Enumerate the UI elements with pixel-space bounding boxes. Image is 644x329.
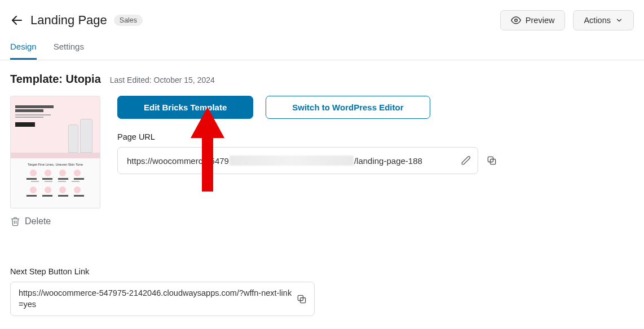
template-thumbnail[interactable]: Target Fine Lines, Uneven Skin Tone: [10, 96, 100, 208]
edit-url-icon[interactable]: [461, 155, 471, 166]
eye-icon: [511, 15, 521, 25]
page-url-prefix: https://woocommerce-5479: [127, 156, 229, 166]
preview-button[interactable]: Preview: [500, 10, 566, 30]
delete-template-button[interactable]: Delete: [10, 216, 100, 226]
switch-editor-button[interactable]: Switch to WordPress Editor: [266, 96, 430, 119]
actions-button[interactable]: Actions: [573, 10, 634, 30]
template-title: Template: Utopia: [10, 73, 101, 86]
page-title: Landing Page: [30, 13, 107, 28]
delete-label: Delete: [25, 216, 51, 226]
trash-icon: [10, 216, 20, 226]
back-arrow-icon[interactable]: [10, 14, 24, 27]
svg-point-1: [515, 19, 518, 22]
actions-button-label: Actions: [584, 16, 611, 25]
page-url-input[interactable]: https://woocommerce-5479 /landing-page-1…: [117, 147, 478, 174]
next-step-label: Next Step Button Link: [10, 267, 634, 276]
copy-next-step-icon[interactable]: [296, 294, 307, 305]
next-step-url-value: https://woocommerce-547975-2142046.cloud…: [19, 288, 296, 310]
tab-design[interactable]: Design: [10, 42, 37, 60]
next-step-url-field: https://woocommerce-547975-2142046.cloud…: [10, 282, 315, 316]
preview-button-label: Preview: [526, 16, 555, 25]
sales-badge: Sales: [114, 15, 143, 26]
tab-settings[interactable]: Settings: [54, 42, 84, 60]
chevron-down-icon: [615, 16, 623, 24]
last-edited-text: Last Edited: October 15, 2024: [110, 75, 215, 85]
edit-bricks-template-button[interactable]: Edit Bricks Template: [117, 96, 253, 119]
copy-url-icon[interactable]: [486, 155, 497, 166]
page-url-redacted: [230, 155, 354, 166]
page-url-label: Page URL: [117, 132, 546, 141]
page-url-suffix: /landing-page-188: [354, 156, 422, 166]
